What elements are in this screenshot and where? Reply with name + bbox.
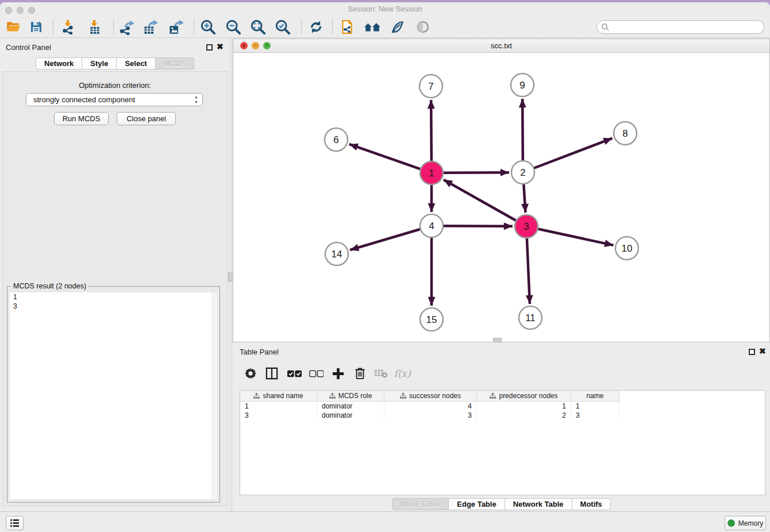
close-panel-button[interactable]: Close panel — [117, 112, 176, 125]
task-history-button[interactable] — [6, 516, 24, 530]
tab-motifs[interactable]: Motifs — [572, 498, 611, 510]
toolbar-separator — [332, 20, 333, 34]
node-label-4: 4 — [429, 221, 434, 232]
table-cell[interactable]: 2 — [477, 411, 571, 420]
add-column-icon[interactable] — [329, 365, 346, 382]
tab-network-table[interactable]: Network Table — [505, 498, 572, 510]
edge-3-1[interactable] — [444, 180, 516, 221]
column-header-successor-nodes[interactable]: successor nodes — [384, 391, 477, 402]
search-input[interactable] — [596, 20, 764, 34]
zoom-fit-icon[interactable] — [249, 18, 267, 36]
float-panel-icon[interactable] — [206, 44, 213, 51]
result-scrollbar[interactable] — [212, 292, 217, 499]
table-settings-icon[interactable] — [242, 365, 259, 382]
table-cell[interactable]: 3 — [240, 411, 317, 420]
criterion-dropdown[interactable]: strongly connected component ▲▼ — [26, 93, 203, 106]
toolbar-separator — [53, 20, 53, 34]
status-bar: Memory — [0, 511, 770, 532]
close-panel-icon[interactable]: ✖ — [217, 42, 224, 51]
import-network-icon[interactable] — [60, 18, 77, 36]
session-title: Session: New Session — [0, 5, 770, 13]
column-header-name[interactable]: name — [571, 391, 619, 402]
search-icon — [601, 23, 610, 32]
node-label-15: 15 — [426, 314, 437, 325]
column-header-predecessor-nodes[interactable]: predecessor nodes — [477, 391, 571, 402]
node-table[interactable]: shared nameMCDS rolesuccessor nodesprede… — [240, 390, 765, 495]
import-table-icon[interactable] — [86, 18, 103, 36]
table-cell[interactable]: 4 — [384, 402, 477, 411]
node-label-6: 6 — [333, 134, 338, 145]
table-panel-title: Table Panel — [240, 348, 279, 356]
edge-4-14[interactable] — [350, 229, 420, 250]
zoom-out-icon[interactable] — [225, 18, 242, 36]
edge-4-3[interactable] — [444, 226, 513, 226]
optimization-criterion-label: Optimization criterion: — [0, 81, 230, 90]
toggle-bird-view-icon[interactable] — [414, 18, 432, 36]
edge-1-6[interactable] — [349, 144, 421, 169]
tab-mcds[interactable]: MCDS — [156, 57, 194, 70]
zoom-selected-icon[interactable] — [274, 18, 291, 36]
memory-label: Memory — [738, 519, 763, 527]
table-cell[interactable]: 1 — [240, 402, 317, 411]
edge-2-8[interactable] — [534, 138, 613, 168]
table-toolbar: f(x) — [233, 361, 770, 385]
column-header-MCDS-role[interactable]: MCDS role — [317, 391, 384, 402]
edge-2-9[interactable] — [522, 99, 523, 160]
tab-style[interactable]: Style — [82, 57, 117, 70]
export-network-icon[interactable] — [118, 18, 135, 36]
edge-2-3[interactable] — [523, 184, 525, 213]
network-canvas[interactable]: 7968124314101511 — [233, 53, 769, 342]
table-cell[interactable]: dominator — [317, 402, 384, 411]
mcds-result-textarea[interactable]: 13 — [10, 292, 217, 499]
export-image-icon[interactable] — [167, 18, 184, 36]
table-cell[interactable]: dominator — [317, 411, 384, 420]
select-all-columns-icon[interactable] — [286, 365, 303, 382]
deselect-all-columns-icon[interactable] — [307, 365, 325, 382]
column-label: name — [586, 392, 603, 400]
table-cell[interactable]: 3 — [384, 411, 477, 420]
network-title: scc.txt — [233, 41, 769, 50]
tab-node-table[interactable]: Node Table — [392, 498, 449, 510]
tab-edge-table[interactable]: Edge Table — [449, 498, 505, 510]
edge-1-7[interactable] — [431, 100, 432, 161]
delete-column-icon[interactable] — [351, 365, 368, 382]
function-builder-icon[interactable]: f(x) — [394, 365, 411, 382]
memory-button[interactable]: Memory — [725, 516, 766, 530]
network-hscroll-handle[interactable] — [493, 338, 502, 342]
run-mcds-button[interactable]: Run MCDS — [54, 112, 109, 125]
edge-1-2[interactable] — [444, 172, 509, 173]
float-table-panel-icon[interactable] — [749, 349, 755, 355]
show-all-networks-icon[interactable] — [364, 18, 381, 36]
toolbar-separator — [301, 20, 302, 34]
open-session-icon[interactable] — [5, 18, 22, 36]
duplicate-network-icon[interactable] — [338, 18, 356, 36]
node-label-2: 2 — [520, 167, 525, 178]
column-header-shared-name[interactable]: shared name — [240, 391, 317, 402]
control-panel: Control Panel ✖ NetworkStyleSelectMCDS O… — [0, 38, 230, 514]
titlebar: Session: New Session — [0, 2, 770, 16]
edge-3-10[interactable] — [538, 229, 614, 245]
table-row[interactable]: 1dominator411 — [240, 402, 765, 411]
column-layout-icon[interactable] — [263, 365, 280, 382]
tab-select[interactable]: Select — [117, 57, 155, 70]
edge-3-11[interactable] — [527, 238, 530, 304]
table-cell[interactable]: 1 — [571, 402, 619, 411]
close-table-panel-icon[interactable]: ✖ — [759, 346, 766, 356]
column-label: shared name — [263, 392, 303, 400]
save-session-icon[interactable] — [28, 18, 45, 36]
node-label-8: 8 — [622, 128, 627, 139]
table-cell[interactable]: 3 — [571, 411, 619, 420]
main-toolbar — [0, 16, 770, 38]
tab-network[interactable]: Network — [36, 57, 82, 70]
hierarchy-icon — [490, 393, 496, 399]
graphics-details-icon[interactable] — [389, 18, 406, 36]
export-table-icon[interactable] — [141, 18, 159, 36]
mcds-result-line: 3 — [10, 302, 217, 311]
zoom-in-icon[interactable] — [199, 18, 217, 36]
control-panel-tabs: NetworkStyleSelectMCDS — [0, 57, 230, 70]
table-cell[interactable]: 1 — [477, 402, 571, 411]
mcds-result-line: 1 — [10, 292, 217, 302]
delete-table-icon[interactable] — [372, 365, 390, 382]
apply-layout-icon[interactable] — [307, 18, 325, 36]
table-row[interactable]: 3dominator323 — [240, 411, 765, 420]
